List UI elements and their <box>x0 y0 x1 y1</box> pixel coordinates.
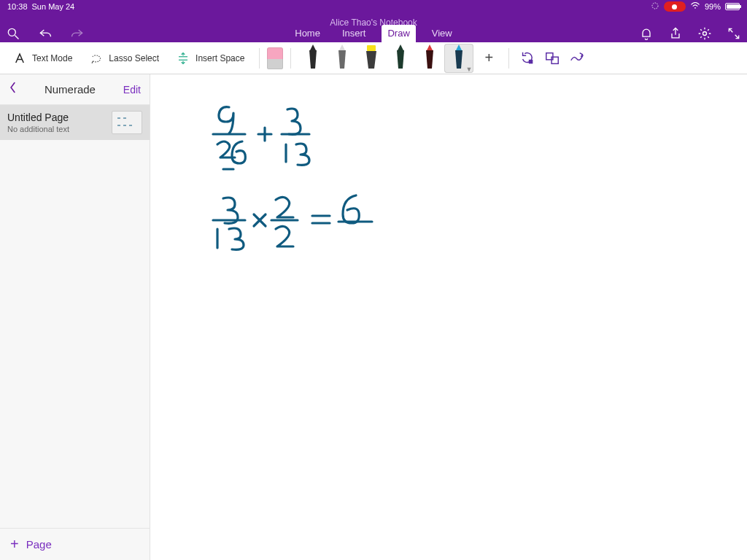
notebook-title: Alice Thao's Notebook <box>0 13 747 25</box>
add-page-label: Page <box>26 538 52 551</box>
page-item-title: Untitled Page <box>7 112 106 123</box>
battery-percent: 99% <box>705 2 721 11</box>
svg-point-1 <box>694 7 696 9</box>
undo-icon[interactable] <box>38 26 53 41</box>
pages-sidebar: Numerade Edit Untitled Page No additiona… <box>0 74 150 560</box>
page-thumbnail <box>112 111 142 134</box>
plus-icon: + <box>10 536 19 553</box>
svg-point-4 <box>703 32 707 36</box>
screen-record-indicator[interactable] <box>664 1 686 12</box>
settings-gear-icon[interactable] <box>697 26 712 41</box>
pen-gallery: ▼ <box>298 44 473 73</box>
insert-space-icon <box>177 52 190 65</box>
note-canvas[interactable] <box>150 74 747 560</box>
pen-dark-green[interactable] <box>386 44 415 73</box>
text-mode-label: Text Mode <box>32 53 72 63</box>
loading-spinner-icon <box>651 1 659 12</box>
tab-draw[interactable]: Draw <box>382 25 415 42</box>
status-time: 10:38 <box>7 2 28 11</box>
lasso-icon <box>90 52 103 65</box>
wifi-icon <box>690 2 700 11</box>
edit-button[interactable]: Edit <box>123 84 141 96</box>
pen-gray[interactable] <box>328 44 357 73</box>
svg-rect-8 <box>367 45 376 51</box>
shape-rotate-icon[interactable] <box>516 47 538 69</box>
toolbar-separator <box>290 48 291 69</box>
draw-toolbar: Text Mode Lasso Select Insert Space ▼ + <box>0 42 747 74</box>
toolbar-separator <box>508 48 509 69</box>
eraser-tool[interactable] <box>267 47 283 69</box>
fullscreen-icon[interactable] <box>727 26 741 41</box>
toolbar-separator <box>259 48 260 69</box>
pen-red[interactable] <box>415 44 444 73</box>
insert-space-label: Insert Space <box>196 53 244 63</box>
text-mode-icon <box>13 52 26 65</box>
ink-to-shape-icon[interactable] <box>541 47 563 69</box>
chevron-down-icon: ▼ <box>466 66 473 73</box>
search-icon[interactable] <box>6 26 20 41</box>
lasso-select-label: Lasso Select <box>109 53 159 63</box>
tab-view[interactable]: View <box>426 25 458 42</box>
app-header: Alice Thao's Notebook Home Insert Draw V… <box>0 13 747 42</box>
handwritten-ink <box>150 74 747 560</box>
svg-point-2 <box>8 28 15 36</box>
highlighter-yel[interactable] <box>357 44 386 73</box>
pen-blue[interactable]: ▼ <box>444 44 473 73</box>
add-page-button[interactable]: + Page <box>0 528 150 560</box>
notifications-icon[interactable] <box>639 26 654 41</box>
section-name[interactable]: Numerade <box>44 83 96 96</box>
status-date: Sun May 24 <box>32 2 75 11</box>
page-item-subtitle: No additional text <box>7 125 106 133</box>
pen-black-fine[interactable] <box>298 44 328 73</box>
ribbon-tabs: Home Insert Draw View <box>289 25 458 42</box>
lasso-select-button[interactable]: Lasso Select <box>82 49 166 68</box>
svg-line-3 <box>15 36 19 39</box>
ink-to-math-icon[interactable] <box>566 47 588 69</box>
add-pen-button[interactable]: + <box>476 50 501 66</box>
insert-space-button[interactable]: Insert Space <box>169 49 252 68</box>
text-mode-button[interactable]: Text Mode <box>6 49 80 68</box>
back-chevron-icon[interactable] <box>9 82 17 97</box>
svg-point-0 <box>652 3 658 9</box>
battery-icon <box>725 3 740 10</box>
redo-icon[interactable] <box>70 26 85 41</box>
page-list-item[interactable]: Untitled Page No additional text <box>0 105 150 140</box>
share-icon[interactable] <box>668 26 683 41</box>
tab-home[interactable]: Home <box>289 25 326 42</box>
ipad-status-bar: 10:38 Sun May 24 99% <box>0 0 747 13</box>
svg-rect-9 <box>529 59 533 63</box>
tab-insert[interactable]: Insert <box>336 25 372 42</box>
